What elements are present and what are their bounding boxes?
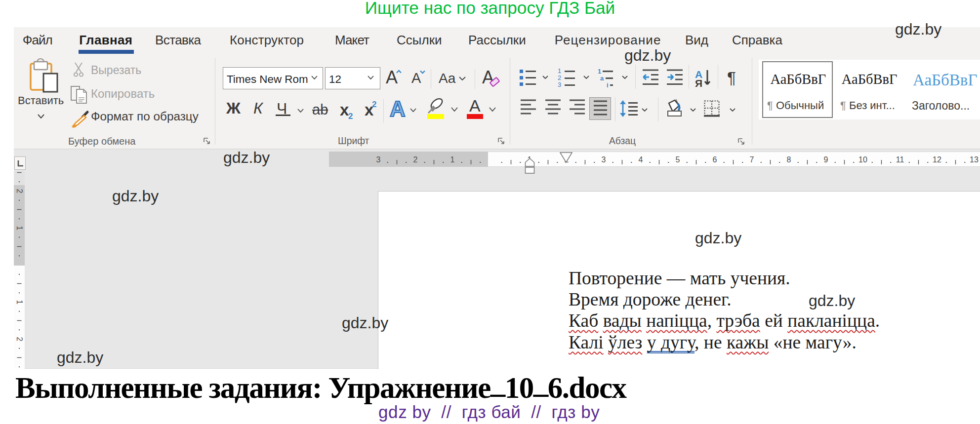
svg-text:10: 10 [858,155,867,164]
svg-text:7: 7 [750,155,754,164]
svg-text:9: 9 [824,155,828,164]
svg-text:2: 2 [558,74,561,81]
svg-text:1: 1 [598,68,601,75]
svg-text:Я: Я [695,77,702,88]
svg-text:3: 3 [376,155,381,164]
svg-text:1: 1 [15,226,24,231]
svg-text:6: 6 [713,155,717,164]
svg-text:1: 1 [558,68,561,75]
svg-text:а: а [600,75,604,82]
svg-text:3: 3 [602,155,606,164]
svg-text:2: 2 [15,189,24,193]
svg-text:1: 1 [450,155,455,164]
svg-text:5: 5 [676,155,680,164]
svg-text:13: 13 [970,155,979,164]
svg-text:1: 1 [15,300,24,305]
svg-text:2: 2 [413,155,418,164]
svg-text:і: і [607,81,609,87]
svg-text:3: 3 [558,81,561,87]
svg-text:4: 4 [639,155,643,164]
svg-text:12: 12 [933,155,941,164]
svg-text:2: 2 [15,337,24,342]
svg-text:11: 11 [896,155,904,164]
svg-text:8: 8 [787,155,791,164]
